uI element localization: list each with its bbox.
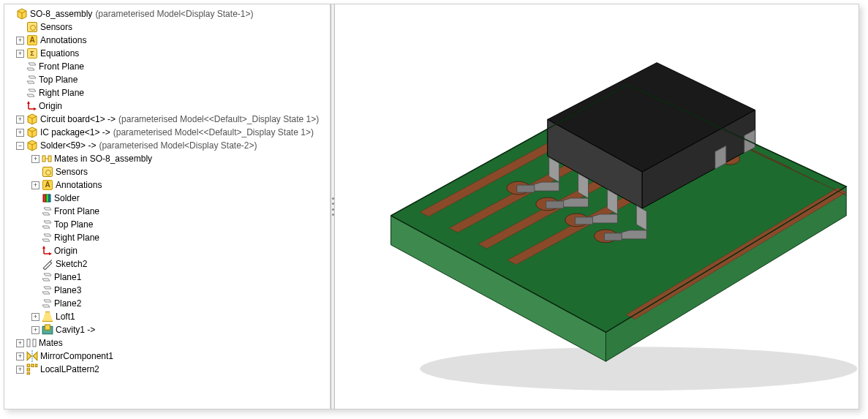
expander-icon[interactable]: + xyxy=(16,366,24,374)
svg-rect-50 xyxy=(36,364,37,366)
mates-icon xyxy=(42,154,52,164)
tree-item-mirror-component[interactable]: + MirrorComponent1 xyxy=(6,350,328,363)
tree-item-sensors[interactable]: Sensors xyxy=(6,20,328,34)
tree-item-plane3[interactable]: Plane3 xyxy=(6,284,328,297)
expander-icon[interactable]: + xyxy=(16,37,24,45)
tree-item-cavity1[interactable]: + Cavity1 -> xyxy=(6,323,328,336)
expander-icon[interactable]: + xyxy=(31,326,39,334)
svg-marker-26 xyxy=(44,221,51,223)
tree-root-label: SO-8_assembly xyxy=(30,7,92,20)
tree-item-solder-top-plane[interactable]: Top Plane xyxy=(6,218,328,231)
tree-item-mates-in-assembly[interactable]: + Mates in SO-8_assembly xyxy=(6,152,328,165)
assembly-icon xyxy=(16,8,28,20)
tree-item-solder-sensors[interactable]: Sensors xyxy=(6,165,328,178)
equation-icon: Σ xyxy=(26,48,38,59)
tree-item-ic-package[interactable]: + IC package<1> -> (parameterised Model<… xyxy=(6,126,328,139)
cavity-icon xyxy=(42,324,53,336)
expander-icon[interactable]: + xyxy=(16,339,24,347)
feature-tree-panel[interactable]: SO-8_assembly (parameterised Model<Displ… xyxy=(4,4,331,409)
tree-item-solder-material[interactable]: Solder xyxy=(6,192,328,205)
tree-item-top-plane[interactable]: Top Plane xyxy=(6,73,328,86)
plane-icon xyxy=(42,285,52,295)
solder-material-icon xyxy=(42,193,52,203)
part-icon xyxy=(26,127,38,138)
svg-marker-24 xyxy=(44,208,51,210)
svg-rect-21 xyxy=(43,195,46,202)
sensor-icon xyxy=(42,166,53,178)
sketch-icon xyxy=(42,258,53,270)
expander-icon[interactable]: + xyxy=(16,116,24,124)
loft-icon xyxy=(42,311,53,322)
svg-marker-5 xyxy=(27,81,34,83)
svg-marker-36 xyxy=(42,279,50,281)
svg-marker-7 xyxy=(27,94,34,97)
collapse-icon[interactable]: − xyxy=(16,142,24,150)
origin-icon xyxy=(26,101,37,111)
tree-item-loft1[interactable]: + Loft1 xyxy=(6,310,328,323)
expander-icon[interactable]: + xyxy=(31,313,39,321)
svg-rect-19 xyxy=(48,156,51,162)
tree-root[interactable]: SO-8_assembly (parameterised Model<Displ… xyxy=(6,7,328,20)
svg-marker-28 xyxy=(44,234,51,236)
svg-marker-46 xyxy=(33,352,37,360)
tree-item-solder-right-plane[interactable]: Right Plane xyxy=(6,231,328,244)
expander-icon[interactable]: + xyxy=(16,352,24,361)
svg-rect-49 xyxy=(31,364,34,366)
svg-rect-48 xyxy=(27,364,29,366)
svg-marker-78 xyxy=(517,185,535,192)
svg-marker-45 xyxy=(27,352,31,360)
svg-rect-51 xyxy=(27,369,29,371)
svg-marker-2 xyxy=(29,63,36,65)
svg-marker-39 xyxy=(44,300,51,302)
tree-item-equations[interactable]: + Σ Equations xyxy=(6,47,328,60)
svg-marker-81 xyxy=(546,201,564,208)
mates-icon xyxy=(26,338,37,348)
tree-item-sketch2[interactable]: Sketch2 xyxy=(6,257,328,271)
svg-marker-11 xyxy=(34,107,37,110)
tree-item-solder[interactable]: − Solder<59> -> (parameterised Model<Dis… xyxy=(6,139,328,152)
svg-point-53 xyxy=(420,347,857,390)
tree-item-circuit-board[interactable]: + Circuit board<1> -> (parameterised Mod… xyxy=(6,113,328,126)
tree-item-solder-origin[interactable]: Origin xyxy=(6,244,328,257)
expander-icon[interactable]: + xyxy=(16,50,24,58)
svg-rect-43 xyxy=(27,339,30,347)
3d-viewport[interactable] xyxy=(335,4,858,409)
expander-icon[interactable]: + xyxy=(31,155,39,163)
svg-marker-4 xyxy=(29,76,36,78)
plane-icon xyxy=(26,61,37,72)
mirror-icon xyxy=(26,350,38,362)
svg-rect-22 xyxy=(46,195,49,202)
tree-item-mates[interactable]: + Mates xyxy=(6,336,328,350)
part-icon xyxy=(26,113,38,125)
app-container: SO-8_assembly (parameterised Model<Displ… xyxy=(4,4,859,409)
part-icon xyxy=(26,140,38,151)
expander-icon[interactable]: + xyxy=(16,129,24,137)
plane-icon xyxy=(42,233,52,243)
svg-marker-29 xyxy=(42,239,50,241)
pattern-icon xyxy=(26,363,38,375)
tree-item-solder-annotations[interactable]: + A Annotations xyxy=(6,178,328,192)
svg-marker-6 xyxy=(29,89,36,91)
svg-marker-31 xyxy=(42,246,45,249)
svg-marker-27 xyxy=(42,226,50,228)
tree-item-front-plane[interactable]: Front Plane xyxy=(6,60,328,73)
tree-item-right-plane[interactable]: Right Plane xyxy=(6,86,328,99)
tree-item-plane1[interactable]: Plane1 xyxy=(6,271,328,284)
tree-item-local-pattern[interactable]: + LocalLPattern2 xyxy=(6,363,328,376)
tree-item-solder-front-plane[interactable]: Front Plane xyxy=(6,205,328,218)
plane-icon xyxy=(26,75,37,85)
plane-icon xyxy=(42,206,52,216)
svg-rect-18 xyxy=(42,156,45,162)
tree-root-suffix: (parameterised Model<Display State-1>) xyxy=(95,7,253,20)
tree-item-plane2[interactable]: Plane2 xyxy=(6,297,328,310)
sensor-icon xyxy=(26,21,38,33)
annotation-icon: A xyxy=(26,34,38,46)
tree-item-origin[interactable]: Origin xyxy=(6,99,328,113)
plane-icon xyxy=(42,272,52,282)
svg-marker-9 xyxy=(27,101,30,104)
plane-icon xyxy=(42,298,52,309)
expander-icon[interactable]: + xyxy=(31,181,39,189)
svg-marker-25 xyxy=(42,213,50,215)
svg-marker-35 xyxy=(44,273,51,276)
tree-item-annotations[interactable]: + A Annotations xyxy=(6,34,328,47)
